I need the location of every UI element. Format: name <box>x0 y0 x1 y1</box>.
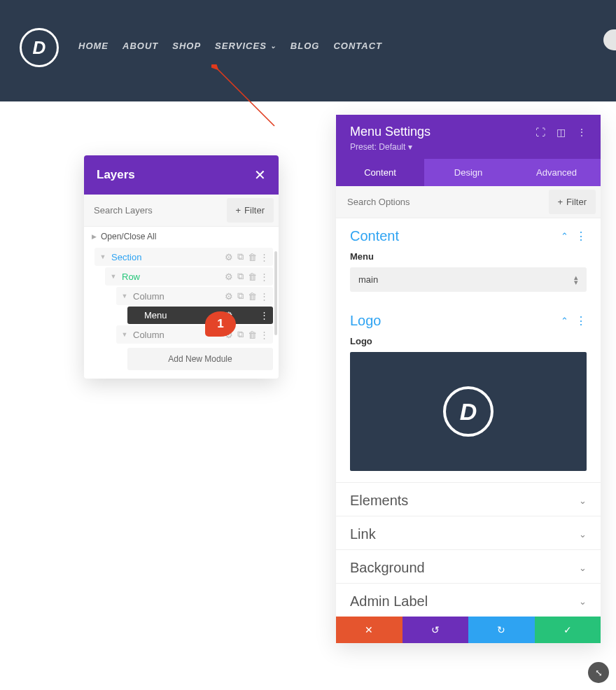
triangle-down-icon[interactable]: ▼ <box>108 273 119 280</box>
plus-icon: + <box>236 205 241 216</box>
menu-select[interactable]: main ▴▾ <box>350 267 587 292</box>
tab-advanced[interactable]: Advanced <box>512 159 601 186</box>
chevron-up-icon: ⌃ <box>561 316 568 326</box>
more-icon[interactable]: ⋮ <box>258 252 270 262</box>
layers-header: Layers ✕ <box>84 155 279 195</box>
redo-icon: ↻ <box>497 624 505 635</box>
more-icon[interactable]: ⋮ <box>575 314 587 328</box>
annotation-callout-1: 1 <box>205 311 236 337</box>
settings-search-row: +Filter <box>336 186 601 218</box>
site-logo[interactable]: D <box>20 28 59 67</box>
chevron-down-icon: ⌄ <box>579 495 587 506</box>
section-content-body: Menu main ▴▾ <box>336 251 601 303</box>
section-link-header[interactable]: Link ⌄ <box>336 516 601 549</box>
chevron-down-icon: ⌄ <box>270 42 276 50</box>
tab-design[interactable]: Design <box>424 159 512 186</box>
focus-icon[interactable]: ⛶ <box>536 127 545 138</box>
chevron-up-icon: ⌃ <box>561 231 568 241</box>
redo-button[interactable]: ↻ <box>468 617 535 643</box>
check-icon: ✓ <box>564 624 572 635</box>
duplicate-icon[interactable]: ⧉ <box>234 290 246 302</box>
more-icon[interactable]: ⋮ <box>258 291 270 302</box>
section-background-header[interactable]: Background ⌄ <box>336 550 601 583</box>
chevron-down-icon: ⌄ <box>579 596 587 607</box>
layers-filter-button[interactable]: +Filter <box>227 198 274 223</box>
layers-toggle-all[interactable]: ▶Open/Close All <box>84 227 279 246</box>
chevron-down-icon: ▾ <box>408 142 412 152</box>
more-icon[interactable]: ⋮ <box>258 310 270 321</box>
triangle-down-icon[interactable]: ▼ <box>97 253 108 260</box>
trash-icon[interactable]: 🗑 <box>246 291 258 302</box>
triangle-down-icon[interactable]: ▼ <box>119 331 130 338</box>
layers-tree: ▼ Section ⚙ ⧉ 🗑 ⋮ ▼ Row ⚙ ⧉ 🗑 ⋮ ▼ Column… <box>84 248 279 379</box>
nav-contact[interactable]: CONTACT <box>333 41 382 51</box>
tree-section[interactable]: ▼ Section ⚙ ⧉ 🗑 ⋮ <box>94 248 273 266</box>
chevron-down-icon: ⌄ <box>579 563 587 573</box>
logo-circle: D <box>443 386 493 437</box>
nav-services[interactable]: SERVICES⌄ <box>215 41 276 51</box>
duplicate-icon[interactable]: ⧉ <box>234 251 246 262</box>
settings-header-icons: ⛶ ◫ ⋮ <box>536 127 587 138</box>
nav-shop[interactable]: SHOP <box>172 41 201 51</box>
settings-body: Content ⌃⋮ Menu main ▴▾ Logo ⌃⋮ Logo D E… <box>336 218 601 617</box>
scrollbar[interactable] <box>274 251 277 335</box>
section-logo-body: Logo D <box>336 336 601 482</box>
close-icon: ✕ <box>365 624 373 635</box>
trash-icon[interactable]: 🗑 <box>246 252 258 262</box>
section-elements-header[interactable]: Elements ⌄ <box>336 483 601 516</box>
section-logo-header[interactable]: Logo ⌃⋮ <box>336 303 601 336</box>
site-logo-letter: D <box>33 37 46 59</box>
tree-column[interactable]: ▼ Column ⚙ ⧉ 🗑 ⋮ <box>116 287 273 305</box>
chevron-down-icon: ⌄ <box>579 529 587 540</box>
tree-menu-module[interactable]: Menu ⚙ ⋮ <box>127 307 273 324</box>
more-icon[interactable]: ⋮ <box>258 272 270 282</box>
logo-field-label: Logo <box>350 336 587 346</box>
layers-search-row: +Filter <box>84 195 279 227</box>
gear-icon[interactable]: ⚙ <box>223 291 234 302</box>
settings-search-input[interactable] <box>336 186 544 218</box>
top-navbar: D HOME ABOUT SHOP SERVICES⌄ BLOG CONTACT <box>0 0 616 101</box>
triangle-right-icon: ▶ <box>92 233 97 240</box>
select-arrows-icon: ▴▾ <box>574 275 578 285</box>
tree-row[interactable]: ▼ Row ⚙ ⧉ 🗑 ⋮ <box>105 267 273 286</box>
settings-filter-button[interactable]: +Filter <box>549 190 596 214</box>
settings-header: Menu Settings ⛶ ◫ ⋮ Preset: Default ▾ <box>336 115 601 159</box>
duplicate-icon[interactable]: ⧉ <box>234 271 246 282</box>
snap-icon[interactable]: ◫ <box>556 127 566 138</box>
plus-icon: + <box>558 197 564 207</box>
add-module-button[interactable]: Add New Module <box>127 348 273 370</box>
layers-title: Layers <box>97 168 135 182</box>
logo-preview[interactable]: D <box>350 352 587 471</box>
nav-home[interactable]: HOME <box>78 41 108 51</box>
expand-button[interactable]: ⤡ <box>588 662 609 683</box>
trash-icon[interactable]: 🗑 <box>246 272 258 282</box>
layers-search-input[interactable] <box>84 197 222 223</box>
tree-column[interactable]: ▼ Column ⚙ ⧉ 🗑 ⋮ <box>116 325 273 344</box>
gear-icon[interactable]: ⚙ <box>223 272 234 282</box>
nav-menu: HOME ABOUT SHOP SERVICES⌄ BLOG CONTACT <box>78 41 382 51</box>
nav-about[interactable]: ABOUT <box>122 41 158 51</box>
settings-title: Menu Settings <box>350 125 430 139</box>
menu-settings-panel: Menu Settings ⛶ ◫ ⋮ Preset: Default ▾ Co… <box>336 115 601 643</box>
section-admin-label-header[interactable]: Admin Label ⌄ <box>336 584 601 617</box>
cancel-button[interactable]: ✕ <box>336 617 402 643</box>
preset-dropdown[interactable]: Preset: Default ▾ <box>350 142 587 152</box>
trash-icon[interactable]: 🗑 <box>246 330 258 340</box>
section-content-header[interactable]: Content ⌃⋮ <box>336 218 601 251</box>
nav-blog[interactable]: BLOG <box>290 41 320 51</box>
settings-footer: ✕ ↺ ↻ ✓ <box>336 617 601 643</box>
menu-field-label: Menu <box>350 251 587 262</box>
layers-panel: Layers ✕ +Filter ▶Open/Close All ▼ Secti… <box>84 155 279 379</box>
settings-tabs: Content Design Advanced <box>336 159 601 186</box>
duplicate-icon[interactable]: ⧉ <box>234 329 246 340</box>
close-icon[interactable]: ✕ <box>254 167 266 183</box>
undo-icon: ↺ <box>431 624 440 635</box>
save-button[interactable]: ✓ <box>535 617 601 643</box>
more-icon[interactable]: ⋮ <box>577 127 587 138</box>
tab-content[interactable]: Content <box>336 159 424 186</box>
more-icon[interactable]: ⋮ <box>575 230 587 243</box>
gear-icon[interactable]: ⚙ <box>223 252 234 262</box>
more-icon[interactable]: ⋮ <box>258 330 270 340</box>
triangle-down-icon[interactable]: ▼ <box>119 293 130 300</box>
undo-button[interactable]: ↺ <box>402 617 469 643</box>
